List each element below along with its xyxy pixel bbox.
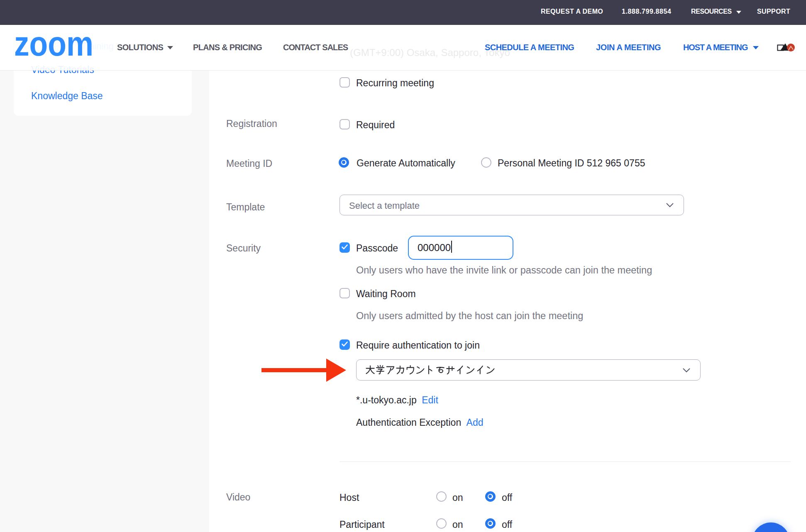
svg-text:zoom: zoom [14,34,93,56]
